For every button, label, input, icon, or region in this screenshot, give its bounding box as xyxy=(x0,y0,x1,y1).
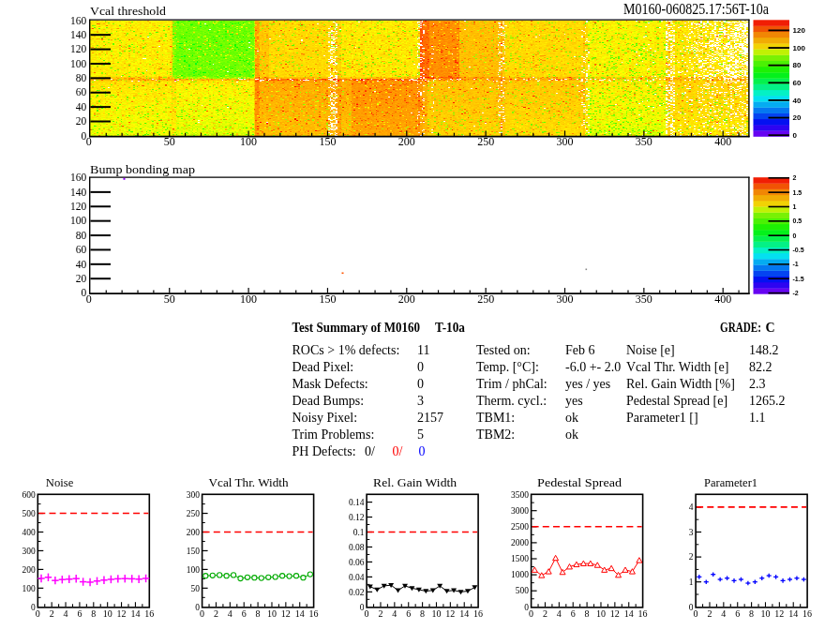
svg-text:250: 250 xyxy=(187,509,201,518)
svg-text:Bump bonding map: Bump bonding map xyxy=(90,162,195,176)
svg-text:0: 0 xyxy=(694,608,698,619)
svg-text:Noisy Pixel:: Noisy Pixel: xyxy=(292,411,358,425)
svg-text:20: 20 xyxy=(793,113,802,122)
svg-text:120: 120 xyxy=(70,43,87,54)
svg-text:2: 2 xyxy=(793,174,797,181)
svg-text:250: 250 xyxy=(477,135,494,148)
svg-text:12: 12 xyxy=(610,608,620,619)
svg-text:2500: 2500 xyxy=(511,522,529,532)
svg-text:4: 4 xyxy=(689,502,694,512)
svg-text:1.5: 1.5 xyxy=(793,189,802,196)
svg-text:0: 0 xyxy=(200,608,204,619)
svg-text:ROCs > 1% defects:: ROCs > 1% defects: xyxy=(292,343,400,357)
svg-text:12: 12 xyxy=(445,608,455,619)
svg-text:Trim / phCal:: Trim / phCal: xyxy=(476,377,548,391)
svg-text:-0.5: -0.5 xyxy=(793,247,804,253)
svg-text:100: 100 xyxy=(22,584,37,593)
svg-text:40: 40 xyxy=(76,259,87,270)
svg-text:14: 14 xyxy=(788,608,798,619)
svg-text:12: 12 xyxy=(774,608,784,619)
svg-text:4: 4 xyxy=(64,608,68,619)
svg-text:20: 20 xyxy=(76,115,87,127)
svg-text:-1: -1 xyxy=(793,261,799,267)
svg-text:1000: 1000 xyxy=(511,570,529,579)
svg-text:8: 8 xyxy=(256,608,261,619)
svg-text:T-10a: T-10a xyxy=(435,321,465,335)
svg-text:6: 6 xyxy=(735,608,740,619)
svg-text:8: 8 xyxy=(749,608,754,619)
svg-text:6: 6 xyxy=(242,608,247,619)
svg-text:0.5: 0.5 xyxy=(793,218,802,224)
svg-text:16: 16 xyxy=(802,608,812,619)
svg-text:yes / yes: yes / yes xyxy=(565,377,610,391)
svg-text:Tested on:: Tested on: xyxy=(476,343,531,357)
svg-text:100: 100 xyxy=(240,135,257,148)
svg-text:Noise [e]: Noise [e] xyxy=(626,343,675,357)
svg-text:4: 4 xyxy=(557,608,562,619)
svg-text:16: 16 xyxy=(309,608,319,619)
svg-text:14: 14 xyxy=(295,608,305,619)
svg-text:0: 0 xyxy=(417,360,424,374)
svg-text:4: 4 xyxy=(228,608,232,619)
svg-text:8: 8 xyxy=(91,608,96,619)
svg-text:120: 120 xyxy=(70,201,87,212)
svg-text:11: 11 xyxy=(417,343,429,357)
svg-text:120: 120 xyxy=(793,26,806,35)
svg-text:Trim Problems:: Trim Problems: xyxy=(292,428,375,442)
svg-text:2: 2 xyxy=(689,552,694,562)
svg-text:16: 16 xyxy=(473,608,483,619)
svg-text:60: 60 xyxy=(793,79,802,87)
svg-text:-6.0 +- 2.0: -6.0 +- 2.0 xyxy=(565,360,621,374)
svg-text:100: 100 xyxy=(793,44,806,52)
svg-text:ok: ok xyxy=(565,428,578,442)
svg-text:Therm. cycl.:: Therm. cycl.: xyxy=(476,394,547,408)
svg-text:0.08: 0.08 xyxy=(349,543,365,552)
svg-text:250: 250 xyxy=(477,292,494,306)
svg-text:0.04: 0.04 xyxy=(349,573,365,582)
svg-text:3500: 3500 xyxy=(511,490,529,500)
svg-text:0.12: 0.12 xyxy=(349,513,365,522)
svg-text:0: 0 xyxy=(365,608,369,619)
svg-text:100: 100 xyxy=(240,292,257,306)
svg-text:140: 140 xyxy=(70,187,87,198)
svg-text:PH Defects:: PH Defects: xyxy=(292,444,356,458)
svg-text:140: 140 xyxy=(70,29,87,40)
svg-text:2.3: 2.3 xyxy=(749,377,766,391)
svg-text:6: 6 xyxy=(571,608,576,619)
svg-text:8: 8 xyxy=(420,608,425,619)
svg-text:100: 100 xyxy=(187,565,201,575)
svg-text:0.02: 0.02 xyxy=(349,588,365,597)
svg-text:0: 0 xyxy=(419,444,426,458)
svg-text:C: C xyxy=(766,321,775,335)
svg-text:10: 10 xyxy=(760,608,770,619)
svg-text:Temp. [°C]:: Temp. [°C]: xyxy=(476,360,539,374)
svg-text:10: 10 xyxy=(596,608,606,619)
svg-text:6: 6 xyxy=(77,608,82,619)
svg-text:160: 160 xyxy=(70,172,87,183)
svg-text:0: 0 xyxy=(793,232,797,239)
svg-text:500: 500 xyxy=(516,586,530,595)
svg-text:Parameter1 []: Parameter1 [] xyxy=(626,411,698,425)
svg-text:TBM2:: TBM2: xyxy=(476,428,515,442)
svg-text:Pedestal Spread [e]: Pedestal Spread [e] xyxy=(626,394,728,408)
svg-text:16: 16 xyxy=(144,608,154,619)
svg-text:1.1: 1.1 xyxy=(749,411,766,425)
svg-text:Dead Pixel:: Dead Pixel: xyxy=(292,360,354,374)
svg-text:3: 3 xyxy=(417,394,424,408)
svg-text:400: 400 xyxy=(22,528,37,537)
svg-text:10: 10 xyxy=(103,608,112,619)
svg-text:0: 0 xyxy=(793,131,798,140)
svg-text:20: 20 xyxy=(76,273,87,284)
svg-text:16: 16 xyxy=(638,608,648,619)
svg-text:Test Summary of M0160: Test Summary of M0160 xyxy=(292,321,421,335)
svg-text:M0160-060825.17:56T-10a: M0160-060825.17:56T-10a xyxy=(623,1,769,17)
svg-text:400: 400 xyxy=(714,135,731,148)
svg-text:80: 80 xyxy=(76,72,87,83)
svg-text:300: 300 xyxy=(22,547,37,556)
svg-text:Parameter1: Parameter1 xyxy=(704,475,758,489)
svg-text:40: 40 xyxy=(793,97,802,105)
svg-text:350: 350 xyxy=(636,135,652,148)
svg-text:600: 600 xyxy=(22,490,37,500)
svg-text:200: 200 xyxy=(398,292,415,306)
svg-text:82.2: 82.2 xyxy=(749,360,772,374)
